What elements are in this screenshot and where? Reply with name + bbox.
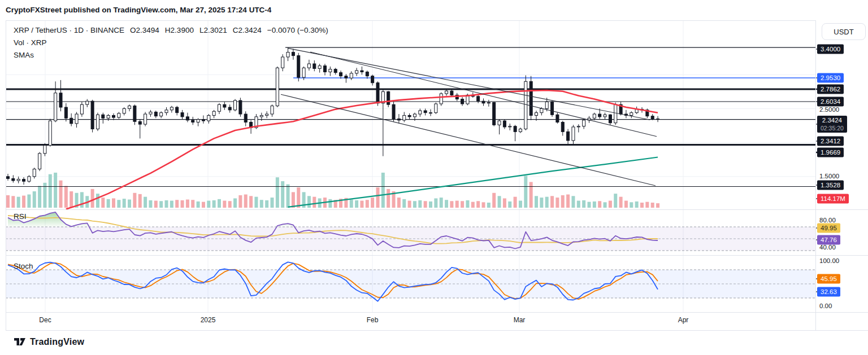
stoch-pane-label: Stoch xyxy=(14,262,33,270)
change-value: −0.0070 (−0.30%) xyxy=(267,26,328,34)
attribution-text: CryptoFXStreet published on TradingView.… xyxy=(6,6,271,14)
price-axis-label: 3.4000 xyxy=(817,45,844,54)
price-axis-label: 2.5000 xyxy=(819,106,839,113)
tradingview-brand-text: TradingView xyxy=(30,337,84,347)
price-axis-label: 47.76 xyxy=(817,235,840,245)
time-axis-label: Apr xyxy=(678,316,689,324)
time-axis-label: 2025 xyxy=(201,316,216,324)
rsi-pane-label: RSI xyxy=(14,212,27,221)
tradingview-published-chart: { "attribution": "CryptoFXStreet publish… xyxy=(0,0,868,355)
ohlc-high: H2.3900 xyxy=(165,26,194,34)
countdown-timer: 02:35:20 xyxy=(821,125,844,132)
price-axis-label: 40.00 xyxy=(819,244,836,251)
price-axis-label: 2.342402:35:20 xyxy=(817,116,847,133)
price-axis-label: 1.5000 xyxy=(819,173,839,179)
price-axis-label: 2.3412 xyxy=(817,137,844,146)
smas-legend: SMAs xyxy=(14,51,34,59)
time-axis-scale[interactable]: Dec2025FebMarApr xyxy=(0,312,815,330)
price-axis-label: 100.00 xyxy=(819,257,839,264)
ohlc-close: C2.3424 xyxy=(233,26,262,34)
tradingview-brand-link[interactable]: TradingView xyxy=(14,336,84,348)
price-axis-label: 32.63 xyxy=(817,287,840,297)
price-axis-label: 1.3528 xyxy=(817,181,844,190)
price-axis-label: 2.6034 xyxy=(817,97,844,107)
time-axis-label: Feb xyxy=(367,316,379,324)
time-axis-label: Dec xyxy=(39,316,51,324)
price-axis-label: 114.17M xyxy=(817,194,849,204)
symbol-title: XRP / TetherUS · 1D · BINANCE xyxy=(14,26,124,34)
ohlc-open: O2.3494 xyxy=(130,26,159,34)
currency-toggle-button[interactable]: USDT xyxy=(822,23,866,40)
symbol-legend: XRP / TetherUS · 1D · BINANCEO2.3494H2.3… xyxy=(14,26,334,34)
time-axis-label: Mar xyxy=(514,316,526,324)
price-axis-scale[interactable]: 3.40002.50001.50002.95302.78622.60342.34… xyxy=(816,0,868,330)
price-axis-label: 80.00 xyxy=(819,217,836,223)
price-axis-label: 0.00 xyxy=(819,303,832,309)
ohlc-low: L2.3021 xyxy=(199,26,227,34)
price-axis-label: 49.95 xyxy=(817,223,840,233)
price-axis-label: 1.9669 xyxy=(817,148,844,157)
price-axis-label: 2.7862 xyxy=(817,85,844,94)
tradingview-logo-icon xyxy=(14,336,26,348)
volume-legend: Vol · XRP xyxy=(14,38,47,47)
price-axis-label: 2.9530 xyxy=(817,73,844,83)
price-axis-label: 45.95 xyxy=(817,274,840,284)
chart-canvas[interactable] xyxy=(0,0,868,355)
